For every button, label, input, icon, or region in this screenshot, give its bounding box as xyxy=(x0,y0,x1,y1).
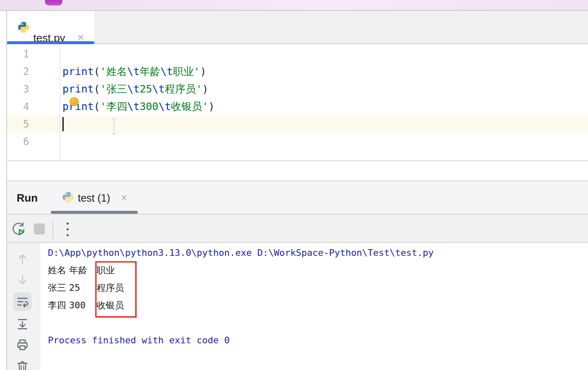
code-token: \t xyxy=(159,100,171,112)
code-token: '李四 xyxy=(100,100,127,112)
console-cell: 李四 xyxy=(48,297,69,314)
background-window-pill xyxy=(45,0,62,5)
code-token: 300 xyxy=(140,100,159,112)
code-token: ) xyxy=(208,100,215,112)
code-line-5[interactable] xyxy=(62,115,215,133)
console-cell: 姓名 xyxy=(48,262,69,279)
more-options-icon[interactable] xyxy=(63,221,72,237)
line-number: 6 xyxy=(7,133,29,150)
code-line-6[interactable] xyxy=(62,133,215,150)
run-toolbar xyxy=(7,215,588,242)
scroll-up-icon[interactable] xyxy=(15,252,30,266)
toolbar-bottom-border xyxy=(7,242,588,243)
code-token: \t xyxy=(127,65,139,78)
text-caret xyxy=(62,117,64,131)
toolbar-separator xyxy=(52,220,53,239)
mouse-ibeam-cursor xyxy=(109,118,119,135)
code-token: \t xyxy=(152,83,165,95)
code-line-2[interactable]: print('姓名\t年龄\t职业') xyxy=(62,63,215,80)
print-icon[interactable] xyxy=(15,338,30,352)
panel-left-border xyxy=(6,11,7,370)
run-tab-underline xyxy=(51,211,138,214)
stop-icon[interactable] xyxy=(34,223,45,235)
editor-bottom-border xyxy=(7,160,588,161)
console-cell: 300 xyxy=(69,297,97,314)
code-token: '姓名 xyxy=(100,65,127,78)
code-token: 收银员' xyxy=(171,100,208,112)
code-token: print xyxy=(62,65,94,78)
console-gutter xyxy=(7,243,40,370)
code-token: 25 xyxy=(140,83,152,95)
tab-test-py[interactable]: test.py × xyxy=(7,11,94,43)
scroll-to-end-icon[interactable] xyxy=(15,317,30,331)
run-panel-title: Run xyxy=(17,192,38,205)
clear-all-icon[interactable] xyxy=(15,360,30,370)
code-token: \t xyxy=(161,65,173,78)
console-row: Process finished with exit code 0 xyxy=(48,332,434,349)
line-number: 4 xyxy=(7,98,29,115)
code-token: ) xyxy=(202,83,208,95)
code-token: 年龄 xyxy=(140,65,161,78)
code-token: 程序员' xyxy=(165,83,202,95)
gutter-separator xyxy=(60,44,60,160)
code-token: '张三 xyxy=(100,83,127,95)
line-number-gutter: 123456 xyxy=(7,45,29,150)
code-token: ( xyxy=(94,83,100,95)
code-editor[interactable]: print('姓名\t年龄\t职业')print('张三\t25\t程序员')p… xyxy=(62,45,215,150)
scroll-down-icon[interactable] xyxy=(15,273,30,287)
code-token: ( xyxy=(94,65,100,78)
rerun-icon[interactable] xyxy=(11,221,26,236)
code-token: 职业' xyxy=(173,65,200,78)
console-cell: 张三 xyxy=(48,279,69,297)
code-token: \t xyxy=(127,83,139,95)
run-tab-close-icon[interactable]: × xyxy=(121,192,127,203)
code-token: print xyxy=(62,83,94,95)
python-icon xyxy=(17,21,30,33)
active-tab-underline xyxy=(7,41,94,44)
line-number: 5 xyxy=(7,115,29,133)
run-tab-title[interactable]: test (1) xyxy=(78,192,110,204)
click-indicator-dot xyxy=(69,97,79,106)
line-number: 2 xyxy=(7,63,29,80)
console-row: D:\App\python\python3.13.0\python.exe D:… xyxy=(48,244,434,262)
line-number: 3 xyxy=(7,80,29,98)
code-line-3[interactable]: print('张三\t25\t程序员') xyxy=(62,80,215,98)
code-token: ) xyxy=(200,65,206,78)
line-number: 1 xyxy=(7,45,29,63)
console-cell: 年龄 xyxy=(69,262,97,279)
code-line-1[interactable] xyxy=(62,45,215,63)
background-window-strip xyxy=(0,0,588,10)
code-line-4[interactable]: print('李四\t300\t收银员') xyxy=(62,98,215,115)
code-token: \t xyxy=(127,100,139,112)
red-annotation-rectangle xyxy=(95,261,136,318)
run-panel-header: Run test (1) × xyxy=(7,181,588,214)
console-cell: 25 xyxy=(69,279,97,297)
python-icon xyxy=(62,191,74,203)
code-token: ( xyxy=(94,100,100,112)
soft-wrap-icon[interactable] xyxy=(15,295,30,309)
